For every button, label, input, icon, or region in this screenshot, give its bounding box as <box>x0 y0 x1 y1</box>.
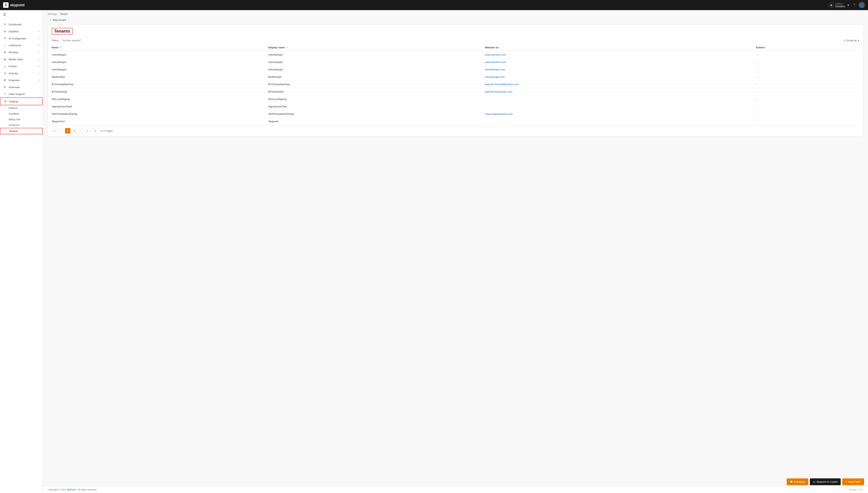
plus-icon: + <box>50 19 52 21</box>
app-body: ☰ ⊙ Dashboard ⇄ Dataflow ∨ ✦ AI Configur… <box>0 10 868 493</box>
sidebar-item-label: Dataflow <box>8 30 19 33</box>
cell-website-url <box>481 95 752 103</box>
cell-website-url[interactable]: www.BYOAstraNewTest.com <box>481 81 752 88</box>
resolve-icon: ⊕ <box>3 50 7 54</box>
url-link[interactable]: www.google.com <box>485 76 505 78</box>
sidebar-sub-item-instances[interactable]: Instances <box>0 122 43 128</box>
url-link[interactable]: www.BYOAstraQA.com <box>485 90 512 93</box>
page-content: Tenants Filters : "No filter applied" ≡ … <box>43 25 868 486</box>
sidebar-item-empower[interactable]: ⛨ Empower ∨ <box>0 77 43 84</box>
name-filter-icon[interactable]: ▽ <box>60 46 61 49</box>
col-actions: Actions <box>752 44 863 51</box>
tenants-table: Name ▽ Display name ▽ <box>48 44 863 125</box>
instance-name: Sandbox <box>835 5 845 8</box>
sidebar-sub-item-billing-info[interactable]: Billing Info <box>0 116 43 122</box>
sidebar-item-label: Help+Support <box>8 92 25 95</box>
new-tenant-button[interactable]: + New tenant <box>47 17 68 23</box>
cell-actions[interactable]: ··· <box>752 103 863 110</box>
cell-display-name: BYOAstraQA <box>264 88 481 95</box>
footer-copyright: Copyright © 2024 SkyPoint . All rights r… <box>47 488 97 491</box>
sidebar-item-settings[interactable]: ⚙ Settings ∧ <box>0 98 43 105</box>
sidebar-item-lakehouse[interactable]: ⌂ Lakehouse ∨ <box>0 42 43 49</box>
table-row: AstraSetup3AstraSetup3www.astrstv3.com··… <box>48 59 863 66</box>
next-page-button[interactable]: › <box>78 128 84 133</box>
prev-page-button[interactable]: ‹ <box>58 128 64 133</box>
filters-left: Filters : "No filter applied" <box>52 39 81 42</box>
display-name-filter-icon[interactable]: ▽ <box>286 46 288 49</box>
empower-icon: ⛨ <box>3 79 7 82</box>
first-page-button[interactable]: « <box>52 128 57 133</box>
sidebar-item-dataflow[interactable]: ⇄ Dataflow ∨ <box>0 28 43 35</box>
avatar[interactable]: 👤 <box>859 2 865 8</box>
instance-chevron-button[interactable]: ▾ <box>847 2 850 8</box>
cell-name: BickfordQA <box>48 73 264 81</box>
cell-actions[interactable]: ··· <box>752 59 863 66</box>
instance-icon: ▣ <box>829 3 834 7</box>
page-1-button[interactable]: 1 <box>65 128 70 133</box>
group-by-button[interactable]: ≡ Group by ▾ <box>844 39 859 42</box>
new-tenant-label: New tenant <box>53 19 66 21</box>
footer-brand-link[interactable]: SkyPoint <box>66 488 76 491</box>
tenants-card: Tenants Filters : "No filter applied" ≡ … <box>47 25 863 136</box>
copilot-label: Skypoint AI Copilot <box>816 480 837 483</box>
page-title: Tenants <box>52 28 73 35</box>
sidebar-item-activate[interactable]: ☀ Activate ∨ <box>0 70 43 77</box>
cell-actions[interactable]: ··· <box>752 51 863 59</box>
cell-name: NHLocalSignup <box>48 95 264 103</box>
cell-display-name: AstraSetup4 <box>264 66 481 73</box>
copilot-button[interactable]: ◎ Skypoint AI Copilot <box>810 478 841 485</box>
table-row: BickfordQABickfordQAwww.google.com··· <box>48 73 863 81</box>
url-link[interactable]: www.astrstv2.com <box>485 53 506 56</box>
cell-display-name: SignupUserTest <box>264 103 481 110</box>
help-button[interactable]: ? <box>853 2 856 7</box>
predict-icon: ◇ <box>3 65 7 68</box>
group-by-icon: ≡ <box>844 39 845 42</box>
sidebar-item-help-support[interactable]: ? Help+Support <box>0 91 43 98</box>
cell-website-url[interactable]: www.astrstv3.com <box>481 59 752 66</box>
cell-website-url[interactable]: www.google.com <box>481 73 752 81</box>
last-page-button[interactable]: » <box>85 128 90 133</box>
bottom-actions: 💬 Feedback ◎ Skypoint AI Copilot ? Need … <box>787 478 864 485</box>
hamburger-button[interactable]: ☰ <box>3 13 6 17</box>
table-body: AstraSetup2AstraSetup2www.astrstv2.com··… <box>48 51 863 125</box>
url-link[interactable]: www.astrstv3.com <box>485 61 506 64</box>
url-link[interactable]: www.skypointcloud.com <box>485 112 513 115</box>
cell-actions[interactable]: ··· <box>752 73 863 81</box>
cell-actions[interactable]: ··· <box>752 118 863 125</box>
cell-website-url[interactable]: www.BYOAstraQA.com <box>481 88 752 95</box>
cell-website-url[interactable]: AstraSetup4.com <box>481 66 752 73</box>
sidebar-item-resolve[interactable]: ⊕ Resolve ∨ <box>0 49 43 56</box>
sidebar-item-automate[interactable]: ⟳ Automate <box>0 84 43 91</box>
cell-name: AstraSetup3 <box>48 59 264 66</box>
cell-website-url <box>481 118 752 125</box>
sidebar-item-master-data[interactable]: ◈ Master Data ∨ <box>0 56 43 63</box>
sidebar-sub-item-platform[interactable]: Platform <box>0 105 43 111</box>
table-row: Skypoint12Skypoint··· <box>48 118 863 125</box>
cell-actions[interactable]: ··· <box>752 95 863 103</box>
feedback-button[interactable]: 💬 Feedback <box>787 478 808 485</box>
need-help-button[interactable]: ? Need help? <box>842 478 864 485</box>
lakehouse-icon: ⌂ <box>3 44 7 47</box>
cell-website-url[interactable]: www.skypointcloud.com <box>481 110 752 118</box>
sidebar-item-predict[interactable]: ◇ Predict ∨ <box>0 63 43 70</box>
sidebar-sub-item-tenants[interactable]: Tenants <box>0 128 43 134</box>
chevron-down-icon: ∨ <box>38 58 40 61</box>
cell-actions[interactable]: ··· <box>752 66 863 73</box>
cell-actions[interactable]: ··· <box>752 81 863 88</box>
page-input[interactable] <box>92 128 99 133</box>
url-link[interactable]: www.BYOAstraNewTest.com <box>485 83 519 86</box>
cell-name: Skypoint12 <box>48 118 264 125</box>
sidebar-item-dashboard[interactable]: ⊙ Dashboard <box>0 21 43 28</box>
cell-website-url[interactable]: www.astrstv2.com <box>481 51 752 59</box>
cell-actions[interactable]: ··· <box>752 88 863 95</box>
table-row: SKPSchedulerTestingSKPSchedulerTestingww… <box>48 110 863 118</box>
cell-website-url <box>481 103 752 110</box>
sidebar-item-label: Resolve <box>8 51 18 54</box>
page-2-button[interactable]: 2 <box>72 128 77 133</box>
url-link[interactable]: AstraSetup4.com <box>485 68 505 71</box>
sidebar-item-ai-configurator[interactable]: ✦ AI Configurator ∨ <box>0 35 43 42</box>
sidebar-sub-item-schedule[interactable]: Schedule <box>0 111 43 116</box>
navbar-right: ▣ Instance Sandbox ▾ ? 👤 <box>829 2 865 8</box>
cell-actions[interactable]: ··· <box>752 110 863 118</box>
table-row: SignupUserTest8SignupUserTest··· <box>48 103 863 110</box>
